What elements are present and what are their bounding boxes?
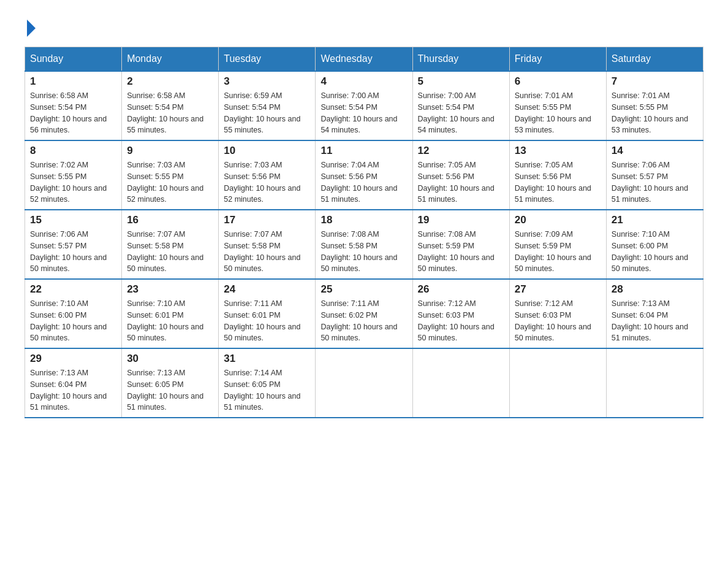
calendar-cell: 31Sunrise: 7:14 AMSunset: 6:05 PMDayligh… [219,348,316,418]
day-number: 4 [320,75,407,88]
day-number: 9 [127,145,213,157]
day-info: Sunrise: 7:01 AMSunset: 5:55 PMDaylight:… [612,90,698,136]
day-info: Sunrise: 6:59 AMSunset: 5:54 PMDaylight:… [224,90,310,136]
calendar-cell: 7Sunrise: 7:01 AMSunset: 5:55 PMDaylight… [606,71,703,140]
calendar-cell: 9Sunrise: 7:03 AMSunset: 5:55 PMDaylight… [122,140,219,210]
logo [25,18,36,34]
day-info: Sunrise: 7:06 AMSunset: 5:57 PMDaylight:… [30,229,116,275]
day-info: Sunrise: 7:06 AMSunset: 5:57 PMDaylight:… [612,159,698,205]
calendar-cell: 1Sunrise: 6:58 AMSunset: 5:54 PMDaylight… [25,71,122,140]
day-number: 2 [127,75,213,88]
calendar-cell [412,348,509,418]
calendar-header-saturday: Saturday [606,47,703,72]
day-info: Sunrise: 7:00 AMSunset: 5:54 PMDaylight:… [320,90,407,136]
day-info: Sunrise: 7:08 AMSunset: 5:58 PMDaylight:… [320,229,407,275]
day-number: 20 [515,214,601,226]
day-number: 16 [127,214,213,226]
day-number: 12 [418,145,504,157]
calendar-cell: 10Sunrise: 7:03 AMSunset: 5:56 PMDayligh… [219,140,316,210]
day-info: Sunrise: 7:10 AMSunset: 6:00 PMDaylight:… [30,298,116,344]
day-info: Sunrise: 7:12 AMSunset: 6:03 PMDaylight:… [515,298,601,344]
day-info: Sunrise: 7:04 AMSunset: 5:56 PMDaylight:… [320,159,407,205]
calendar-cell: 24Sunrise: 7:11 AMSunset: 6:01 PMDayligh… [219,279,316,348]
logo-arrow-icon [27,20,36,37]
day-info: Sunrise: 6:58 AMSunset: 5:54 PMDaylight:… [127,90,213,136]
day-number: 14 [612,145,698,157]
day-number: 25 [320,283,407,296]
calendar-cell: 29Sunrise: 7:13 AMSunset: 6:04 PMDayligh… [25,348,122,418]
day-info: Sunrise: 7:03 AMSunset: 5:56 PMDaylight:… [224,159,310,205]
calendar-week-row: 15Sunrise: 7:06 AMSunset: 5:57 PMDayligh… [25,210,703,279]
day-info: Sunrise: 7:11 AMSunset: 6:02 PMDaylight:… [320,298,407,344]
calendar-cell: 25Sunrise: 7:11 AMSunset: 6:02 PMDayligh… [316,279,412,348]
calendar-cell: 14Sunrise: 7:06 AMSunset: 5:57 PMDayligh… [606,140,703,210]
day-number: 30 [127,353,213,365]
calendar-cell: 2Sunrise: 6:58 AMSunset: 5:54 PMDaylight… [122,71,219,140]
calendar-cell: 20Sunrise: 7:09 AMSunset: 5:59 PMDayligh… [509,210,606,279]
calendar-table: SundayMondayTuesdayWednesdayThursdayFrid… [25,47,703,418]
calendar-week-row: 8Sunrise: 7:02 AMSunset: 5:55 PMDaylight… [25,140,703,210]
day-info: Sunrise: 7:05 AMSunset: 5:56 PMDaylight:… [515,159,601,205]
calendar-cell: 21Sunrise: 7:10 AMSunset: 6:00 PMDayligh… [606,210,703,279]
page-header [25,18,703,34]
calendar-cell: 23Sunrise: 7:10 AMSunset: 6:01 PMDayligh… [122,279,219,348]
day-info: Sunrise: 7:07 AMSunset: 5:58 PMDaylight:… [127,229,213,275]
day-number: 6 [515,75,601,88]
calendar-cell: 19Sunrise: 7:08 AMSunset: 5:59 PMDayligh… [412,210,509,279]
day-number: 21 [612,214,698,226]
calendar-header-monday: Monday [122,47,219,72]
day-number: 27 [515,283,601,296]
day-info: Sunrise: 7:13 AMSunset: 6:04 PMDaylight:… [30,367,116,413]
day-info: Sunrise: 7:14 AMSunset: 6:05 PMDaylight:… [224,367,310,413]
calendar-cell [509,348,606,418]
day-number: 13 [515,145,601,157]
calendar-cell: 16Sunrise: 7:07 AMSunset: 5:58 PMDayligh… [122,210,219,279]
calendar-header-friday: Friday [509,47,606,72]
day-number: 15 [30,214,116,226]
day-info: Sunrise: 7:05 AMSunset: 5:56 PMDaylight:… [418,159,504,205]
day-info: Sunrise: 6:58 AMSunset: 5:54 PMDaylight:… [30,90,116,136]
day-number: 8 [30,145,116,157]
day-info: Sunrise: 7:12 AMSunset: 6:03 PMDaylight:… [418,298,504,344]
calendar-cell: 3Sunrise: 6:59 AMSunset: 5:54 PMDaylight… [219,71,316,140]
calendar-cell [606,348,703,418]
day-number: 31 [224,353,310,365]
day-info: Sunrise: 7:07 AMSunset: 5:58 PMDaylight:… [224,229,310,275]
day-info: Sunrise: 7:02 AMSunset: 5:55 PMDaylight:… [30,159,116,205]
day-number: 5 [418,75,504,88]
calendar-week-row: 29Sunrise: 7:13 AMSunset: 6:04 PMDayligh… [25,348,703,418]
day-number: 7 [612,75,698,88]
day-number: 18 [320,214,407,226]
day-info: Sunrise: 7:10 AMSunset: 6:01 PMDaylight:… [127,298,213,344]
day-info: Sunrise: 7:13 AMSunset: 6:05 PMDaylight:… [127,367,213,413]
calendar-cell: 27Sunrise: 7:12 AMSunset: 6:03 PMDayligh… [509,279,606,348]
day-info: Sunrise: 7:11 AMSunset: 6:01 PMDaylight:… [224,298,310,344]
calendar-cell: 5Sunrise: 7:00 AMSunset: 5:54 PMDaylight… [412,71,509,140]
day-number: 17 [224,214,310,226]
calendar-cell [316,348,412,418]
day-number: 29 [30,353,116,365]
calendar-cell: 28Sunrise: 7:13 AMSunset: 6:04 PMDayligh… [606,279,703,348]
day-info: Sunrise: 7:09 AMSunset: 5:59 PMDaylight:… [515,229,601,275]
day-info: Sunrise: 7:10 AMSunset: 6:00 PMDaylight:… [612,229,698,275]
day-info: Sunrise: 7:01 AMSunset: 5:55 PMDaylight:… [515,90,601,136]
calendar-header-thursday: Thursday [412,47,509,72]
day-info: Sunrise: 7:00 AMSunset: 5:54 PMDaylight:… [418,90,504,136]
calendar-header-tuesday: Tuesday [219,47,316,72]
day-info: Sunrise: 7:03 AMSunset: 5:55 PMDaylight:… [127,159,213,205]
day-number: 19 [418,214,504,226]
calendar-cell: 26Sunrise: 7:12 AMSunset: 6:03 PMDayligh… [412,279,509,348]
calendar-cell: 15Sunrise: 7:06 AMSunset: 5:57 PMDayligh… [25,210,122,279]
calendar-cell: 4Sunrise: 7:00 AMSunset: 5:54 PMDaylight… [316,71,412,140]
day-number: 24 [224,283,310,296]
day-number: 28 [612,283,698,296]
calendar-cell: 8Sunrise: 7:02 AMSunset: 5:55 PMDaylight… [25,140,122,210]
calendar-cell: 30Sunrise: 7:13 AMSunset: 6:05 PMDayligh… [122,348,219,418]
day-info: Sunrise: 7:13 AMSunset: 6:04 PMDaylight:… [612,298,698,344]
calendar-header-row: SundayMondayTuesdayWednesdayThursdayFrid… [25,47,703,72]
calendar-cell: 17Sunrise: 7:07 AMSunset: 5:58 PMDayligh… [219,210,316,279]
day-number: 3 [224,75,310,88]
calendar-cell: 12Sunrise: 7:05 AMSunset: 5:56 PMDayligh… [412,140,509,210]
calendar-week-row: 1Sunrise: 6:58 AMSunset: 5:54 PMDaylight… [25,71,703,140]
calendar-cell: 6Sunrise: 7:01 AMSunset: 5:55 PMDaylight… [509,71,606,140]
